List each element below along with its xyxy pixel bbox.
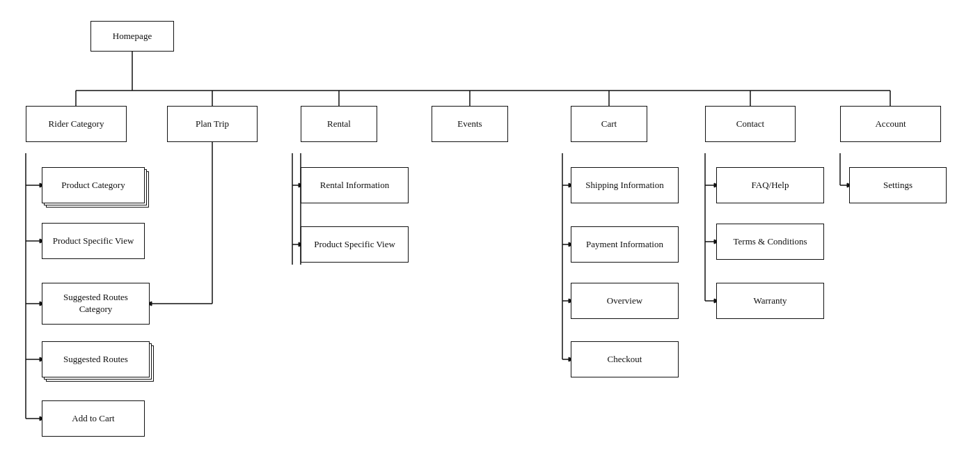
rider-category-node: Rider Category xyxy=(26,106,127,142)
add-to-cart-label: Add to Cart xyxy=(72,413,114,425)
checkout-node: Checkout xyxy=(571,341,679,377)
plan-trip-label: Plan Trip xyxy=(196,118,229,130)
cart-node: Cart xyxy=(571,106,647,142)
suggested-routes-stack: Suggested Routes xyxy=(42,341,154,382)
settings-node: Settings xyxy=(849,167,947,203)
cart-label: Cart xyxy=(601,118,617,130)
product-specific-view-left-node: Product Specific View xyxy=(42,223,145,259)
plan-trip-node: Plan Trip xyxy=(167,106,258,142)
rental-information-node: Rental Information xyxy=(301,167,409,203)
terms-conditions-label: Terms & Conditions xyxy=(734,236,807,248)
payment-information-label: Payment Information xyxy=(586,239,663,251)
suggested-routes-category-label: Suggested Routes Category xyxy=(48,292,143,315)
faq-help-node: FAQ/Help xyxy=(716,167,824,203)
product-category-label: Product Category xyxy=(61,180,125,192)
shipping-information-label: Shipping Information xyxy=(585,180,663,192)
diagram: Homepage Rider Category Plan Trip Rental… xyxy=(0,0,980,468)
rental-label: Rental xyxy=(327,118,351,130)
overview-node: Overview xyxy=(571,283,679,319)
warranty-label: Warranty xyxy=(753,295,787,307)
events-label: Events xyxy=(457,118,482,130)
contact-node: Contact xyxy=(705,106,796,142)
contact-label: Contact xyxy=(736,118,764,130)
rider-category-label: Rider Category xyxy=(49,118,104,130)
account-label: Account xyxy=(875,118,906,130)
overview-label: Overview xyxy=(607,295,642,307)
add-to-cart-node: Add to Cart xyxy=(42,400,145,437)
account-node: Account xyxy=(840,106,941,142)
product-specific-view-rental-node: Product Specific View xyxy=(301,226,409,263)
homepage-node: Homepage xyxy=(90,21,174,52)
shipping-information-node: Shipping Information xyxy=(571,167,679,203)
faq-help-label: FAQ/Help xyxy=(752,180,789,192)
checkout-label: Checkout xyxy=(608,354,642,366)
rental-information-label: Rental Information xyxy=(320,180,389,192)
homepage-label: Homepage xyxy=(113,31,152,42)
payment-information-node: Payment Information xyxy=(571,226,679,263)
product-category-stack: Product Category xyxy=(42,167,149,208)
warranty-node: Warranty xyxy=(716,283,824,319)
suggested-routes-label: Suggested Routes xyxy=(63,354,128,366)
product-specific-view-left-label: Product Specific View xyxy=(53,235,134,247)
rental-node: Rental xyxy=(301,106,377,142)
terms-conditions-node: Terms & Conditions xyxy=(716,224,824,260)
settings-label: Settings xyxy=(883,180,912,192)
events-node: Events xyxy=(432,106,508,142)
suggested-routes-category-node: Suggested Routes Category xyxy=(42,283,150,325)
product-specific-view-rental-label: Product Specific View xyxy=(314,239,395,251)
